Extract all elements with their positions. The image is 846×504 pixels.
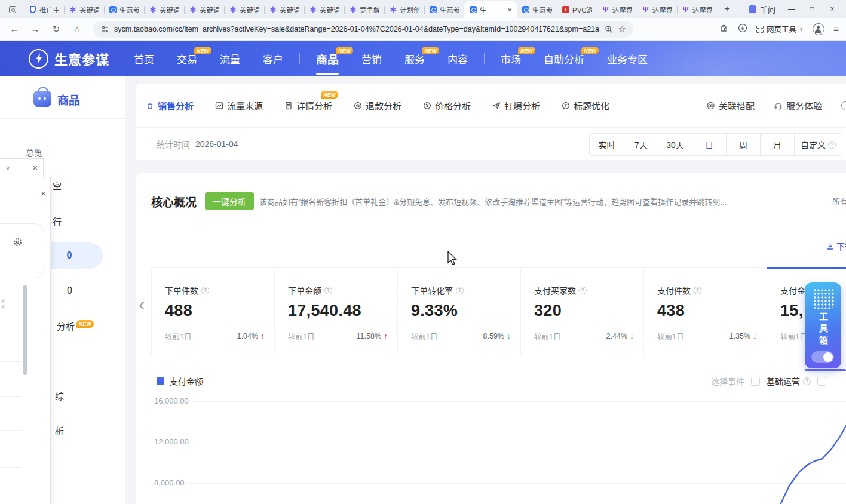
metric-card-order-amount[interactable]: 下单金额? 17,540.48 较前1日11.58%↑ [274,267,398,355]
address-bar[interactable]: sycm.taobao.com/cc/item_archives?activeK… [93,21,633,38]
brand[interactable]: 生意参谋 [29,49,109,69]
link-service-experience[interactable]: 服务体验 [774,99,822,112]
close-icon[interactable]: × [41,188,46,198]
url-text[interactable]: sycm.taobao.com/cc/item_archives?activeK… [114,25,599,33]
range-30d[interactable]: 30天 [658,134,692,155]
home-button[interactable]: ⌂ [70,24,84,34]
web-tools-button[interactable]: 网页工具 ∨ [756,23,804,35]
browser-tab[interactable]: 计划创 [384,1,424,18]
tab-refund-analysis[interactable]: 退款分析 [354,99,401,112]
sidebar-item-fragment[interactable]: 析 [55,424,64,437]
tab-price-analysis[interactable]: 价格分析 [423,99,471,112]
metric-card-pay-items[interactable]: 支付件数? 438 较前1日1.35%↓ [643,267,767,355]
new-tab-button[interactable]: + [719,2,735,16]
tab-close-icon[interactable]: × [507,5,512,14]
metric-value: 438 [657,302,757,320]
extensions-icon[interactable] [720,23,729,35]
back-button[interactable]: ← [8,24,21,34]
nav-item-goods[interactable]: 商品NEW [310,41,345,76]
metric-card-pay-buyers[interactable]: 支付买家数? 320 较前1日2.44%↓ [520,267,644,355]
gear-icon[interactable] [13,237,23,247]
range-custom[interactable]: 自定义 ? [794,134,842,155]
site-settings-icon[interactable] [100,25,109,33]
tab-title-optimization[interactable]: 标题优化 [562,99,609,112]
sidebar-item-fragment[interactable]: 行 [53,215,62,228]
browser-tab[interactable]: TPVC透 [557,1,597,18]
title-icon [562,102,570,110]
nav-item-self-analysis[interactable]: 自助分析NEW [538,41,590,76]
one-click-analyze-button[interactable]: 一键分析 [205,192,254,210]
browser-tab[interactable]: 关键词 [144,1,184,18]
range-realtime[interactable]: 实时 [590,134,624,155]
profile-avatar[interactable] [813,23,824,35]
link-related-match[interactable]: 关联搭配 [706,99,755,112]
range-day[interactable]: 日 [692,134,726,155]
browser-tab[interactable]: Ψ达摩盘 [597,1,637,18]
browser-tab[interactable]: 竞争解 [344,1,384,18]
zoom-page-icon[interactable] [605,25,613,33]
browser-tab[interactable]: 关键词 [64,1,104,18]
tab-detail-analysis[interactable]: 详情分析 NEW [284,99,332,112]
asterisk-icon [189,6,197,14]
browser-tab[interactable]: 推广中 [24,1,64,18]
tab-sales-analysis[interactable]: 销售分析 [146,99,194,112]
sidebar-item-fragment[interactable]: 0 [67,285,72,296]
maximize-button[interactable]: □ [808,5,816,13]
chevron-down-icon[interactable]: ∨ [5,164,10,172]
browser-tab[interactable]: 生意参 [104,1,144,18]
scroll-stepper[interactable]: ∧ ∨ [1,299,5,309]
reload-button[interactable]: ↻ [50,24,63,35]
forward-button[interactable]: → [29,24,42,34]
scrollbar-thumb[interactable] [23,285,27,375]
stat-time-value[interactable]: 2026-01-04 [195,139,238,149]
range-month[interactable]: 月 [760,134,794,155]
menu-icon[interactable]: ≡ [833,24,839,35]
browser-tab[interactable]: Ψ达摩盘 [677,1,717,18]
browser-tab-active[interactable]: 生× [464,1,517,18]
range-7d[interactable]: 7天 [624,134,658,155]
nav-item-traffic[interactable]: 流量 [214,41,246,76]
downloads-icon[interactable] [738,23,747,35]
overview-description: 该商品如有“报名新客折扣（首单礼金）&分期免息、发布短视频、修改手淘推荐渠道主图… [259,196,727,207]
divider [0,396,22,397]
metric-card-order-items[interactable]: 下单件数? 488 较前1日1.04%↑ [151,267,275,355]
tab-breakout-analysis[interactable]: 打爆分析 [492,99,540,112]
browser-tab[interactable]: 关键词 [264,1,304,18]
browser-tab[interactable]: 生意参 [424,1,464,18]
tab-traffic-source[interactable]: 流量来源 [215,99,263,112]
browser-tab[interactable]: 生意参 [517,1,557,18]
nav-item-home[interactable]: 首页 [128,41,160,76]
browser-tab[interactable]: 关键词 [184,1,224,18]
toolbox-toggle[interactable] [811,351,834,363]
sidebar-item-fragment[interactable]: 综 [55,389,64,402]
nav-item-content[interactable]: 内容 [442,41,474,76]
browser-tab[interactable]: Ψ达摩盘 [637,1,677,18]
sidebar-item-fragment[interactable]: 空 [53,179,62,192]
browser-tab[interactable]: 关键词 [304,1,344,18]
minimize-button[interactable]: — [787,5,796,13]
browser-tab-strip: 推广中 关键词 生意参 关键词 关键词 关键词 关键词 关键词 竞争解 计划创 … [0,0,846,18]
cards-prev-button[interactable]: ‹ [139,294,145,314]
sidebar-item-analysis[interactable]: 分析NEW [57,319,94,332]
toolbox-widget[interactable]: 工具箱 [805,282,841,368]
download-link[interactable]: 下载 [826,240,846,252]
metric-card-order-conversion[interactable]: 下单转化率? 9.33% 较前1日8.59%↓ [397,267,521,355]
sidebar-item-overview[interactable]: 总览 [26,146,42,158]
tab-search-button[interactable] [4,1,24,18]
stat-time-label: 统计时间 [157,138,190,150]
nav-item-marketing[interactable]: 营销 [355,41,388,76]
qianwen-button[interactable]: 千问 [749,4,776,15]
shield-icon [30,6,36,13]
nav-item-customer[interactable]: 客户 [257,41,289,76]
browser-tab[interactable]: 关键词 [224,1,264,18]
close-button[interactable]: × [828,5,836,13]
range-week[interactable]: 周 [726,134,760,155]
nav-item-trade[interactable]: 交易NEW [171,41,203,76]
close-icon[interactable]: × [33,163,38,173]
nav-item-market[interactable]: 市场NEW [495,41,527,76]
nav-item-service[interactable]: 服务NEW [399,41,431,76]
nav-item-business-zone[interactable]: 业务专区 [601,41,654,76]
bookmark-star-icon[interactable]: ☆ [618,24,626,35]
divider [0,118,125,119]
asterisk-icon [349,6,357,14]
